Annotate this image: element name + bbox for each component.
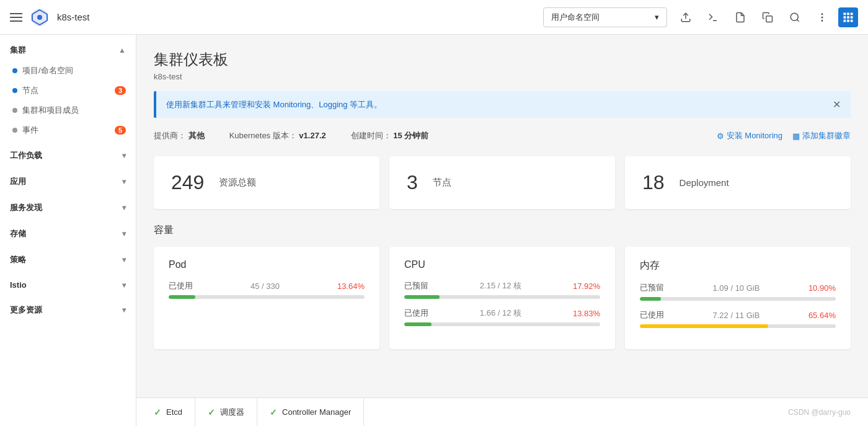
- metric-label: 已预留: [640, 282, 664, 293]
- stats-row: 249 资源总额 3 节点 18 Deployment: [154, 156, 851, 209]
- capacity-metric-mem-used: 已使用 7.22 / 11 GiB 65.64%: [640, 309, 836, 328]
- policy-section-header[interactable]: 策略 ▾: [10, 252, 126, 268]
- capacity-metric-cpu-reserved: 已预留 2.15 / 12 核 17.92%: [404, 280, 600, 299]
- status-item-controller-manager[interactable]: ✓ Controller Manager: [257, 398, 364, 426]
- provider-label: 提供商：: [154, 131, 186, 140]
- layout: 集群 ▲ 项目/命名空间 节点 3 集群和项目成员 事件 5 工作负载 ▾: [0, 35, 868, 426]
- storage-section-header[interactable]: 存储 ▾: [10, 226, 126, 242]
- storage-section: 存储 ▾: [0, 218, 136, 244]
- policy-label: 策略: [10, 254, 26, 265]
- menu-icon[interactable]: [10, 13, 22, 22]
- svg-rect-19: [851, 19, 853, 22]
- policy-chevron: ▾: [122, 255, 126, 264]
- progress-bar-fill: [404, 322, 432, 326]
- banner-text: 使用新集群工具来管理和安装 Monitoring、Logging 等工具。: [166, 99, 382, 110]
- progress-bar-bg: [640, 324, 836, 328]
- metric-label: 已使用: [404, 308, 428, 319]
- svg-rect-15: [847, 16, 849, 19]
- stat-number: 18: [642, 171, 665, 194]
- metric-value: 1.66 / 12 核: [480, 308, 521, 319]
- header-actions: [675, 6, 858, 29]
- storage-chevron: ▾: [122, 229, 126, 238]
- metric-row: 已使用 1.66 / 12 核 13.83%: [404, 308, 600, 319]
- namespace-label: 用户命名空间: [551, 12, 600, 23]
- istio-section-header[interactable]: Istio ▾: [10, 278, 126, 292]
- metric-row: 已预留 1.09 / 10 GiB 10.90%: [640, 282, 836, 293]
- dot-icon: [12, 108, 17, 113]
- stat-label: 节点: [433, 177, 451, 189]
- check-icon: ✓: [154, 407, 161, 417]
- istio-section: Istio ▾: [0, 270, 136, 295]
- status-label: Etcd: [166, 407, 182, 417]
- stat-card-deployments: 18 Deployment: [625, 156, 851, 209]
- header-left: k8s-test: [10, 7, 90, 27]
- search-icon[interactable]: [784, 6, 806, 29]
- namespace-selector[interactable]: 用户命名空间 ▾: [543, 7, 667, 27]
- check-icon: ✓: [208, 407, 215, 417]
- banner-close-icon[interactable]: ✕: [833, 99, 841, 110]
- watermark: CSDN @darry-guo: [788, 408, 851, 417]
- stat-card-nodes: 3 节点: [389, 156, 615, 209]
- cluster-section: 集群 ▲: [0, 35, 136, 61]
- stat-number: 249: [171, 171, 204, 194]
- copy-icon[interactable]: [756, 6, 779, 29]
- avatar[interactable]: [838, 7, 858, 27]
- workload-section-header[interactable]: 工作负载 ▾: [10, 148, 126, 164]
- info-banner: 使用新集群工具来管理和安装 Monitoring、Logging 等工具。 ✕: [154, 91, 851, 118]
- svg-rect-12: [847, 12, 849, 15]
- svg-rect-5: [766, 16, 773, 22]
- metric-row: 已预留 2.15 / 12 核 17.92%: [404, 280, 600, 291]
- stat-card-resources: 249 资源总额: [154, 156, 379, 209]
- more-icon[interactable]: [811, 6, 833, 29]
- meta-k8s: Kubernetes 版本： v1.27.2: [229, 130, 326, 141]
- apps-section: 应用 ▾: [0, 166, 136, 192]
- sidebar-item-project-namespace[interactable]: 项目/命名空间: [0, 61, 136, 81]
- k8s-logo: [30, 7, 50, 27]
- metric-row: 已使用 7.22 / 11 GiB 65.64%: [640, 309, 836, 321]
- cluster-label: 集群: [10, 45, 26, 56]
- progress-bar-fill: [404, 295, 440, 299]
- svg-point-6: [790, 13, 798, 20]
- istio-chevron: ▾: [122, 281, 126, 290]
- service-discovery-chevron: ▾: [122, 203, 126, 212]
- install-monitoring-label: 安装 Monitoring: [727, 130, 782, 141]
- cluster-section-header[interactable]: 集群 ▲: [10, 42, 126, 58]
- install-monitoring-button[interactable]: ⚙ 安装 Monitoring: [717, 130, 782, 141]
- k8s-label: Kubernetes 版本：: [229, 131, 297, 140]
- status-item-etcd[interactable]: ✓ Etcd: [154, 398, 195, 426]
- svg-rect-18: [847, 19, 849, 22]
- service-discovery-header[interactable]: 服务发现 ▾: [10, 200, 126, 216]
- capacity-metric-pod-used: 已使用 45 / 330 13.64%: [169, 280, 365, 299]
- status-label: 调度器: [220, 407, 244, 418]
- file-icon[interactable]: [729, 6, 751, 29]
- svg-rect-17: [844, 19, 846, 22]
- dot-icon: [12, 128, 17, 133]
- gear-icon: ⚙: [717, 131, 724, 141]
- apps-chevron: ▾: [122, 177, 126, 186]
- add-cluster-button[interactable]: ▦ 添加集群徽章: [792, 130, 851, 141]
- svg-point-10: [822, 20, 823, 21]
- nodes-badge: 3: [115, 86, 126, 95]
- sidebar-item-events[interactable]: 事件 5: [0, 120, 136, 140]
- more-section-header[interactable]: 更多资源 ▾: [10, 302, 126, 318]
- dot-icon: [12, 68, 17, 73]
- sidebar-item-nodes[interactable]: 节点 3: [0, 81, 136, 100]
- apps-section-header[interactable]: 应用 ▾: [10, 174, 126, 190]
- sidebar-item-cluster-members[interactable]: 集群和项目成员: [0, 100, 136, 120]
- metric-row: 已使用 45 / 330 13.64%: [169, 280, 365, 291]
- created-value: 15 分钟前: [393, 131, 428, 140]
- created-label: 创建时间：: [351, 131, 391, 140]
- sidebar-item-label: 事件: [22, 125, 38, 136]
- svg-line-7: [797, 19, 799, 21]
- capacity-card-title: CPU: [404, 259, 600, 270]
- progress-bar-fill: [640, 324, 768, 328]
- more-label: 更多资源: [10, 304, 42, 316]
- k8s-value: v1.27.2: [299, 131, 326, 140]
- stat-label: Deployment: [680, 177, 729, 188]
- terminal-icon[interactable]: [702, 6, 724, 29]
- service-discovery-section: 服务发现 ▾: [0, 192, 136, 218]
- more-section: 更多资源 ▾: [0, 295, 136, 321]
- status-item-scheduler[interactable]: ✓ 调度器: [195, 398, 257, 426]
- upload-icon[interactable]: [675, 6, 697, 29]
- page-title: 集群仪表板: [154, 50, 851, 69]
